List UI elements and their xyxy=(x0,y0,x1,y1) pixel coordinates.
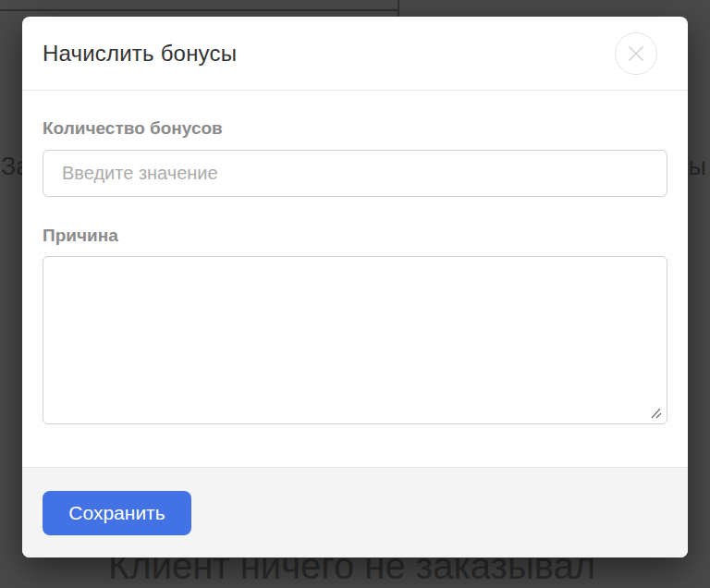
reason-label: Причина xyxy=(43,227,667,245)
accrue-bonuses-modal: Начислить бонусы Количество бонусов Прич… xyxy=(22,17,688,557)
close-button[interactable] xyxy=(615,32,657,75)
bonus-amount-input[interactable] xyxy=(43,150,667,197)
close-icon xyxy=(616,32,656,75)
bonus-amount-label: Количество бонусов xyxy=(43,119,667,138)
reason-textarea-wrapper xyxy=(43,256,667,424)
modal-header: Начислить бонусы xyxy=(22,17,688,91)
save-button[interactable]: Сохранить xyxy=(43,491,191,535)
modal-footer: Сохранить xyxy=(22,467,688,557)
reason-textarea[interactable] xyxy=(43,256,667,424)
viewport: За ы Клиент ничего не заказывал Начислит… xyxy=(0,0,710,588)
modal-title: Начислить бонусы xyxy=(43,41,237,67)
modal-body: Количество бонусов Причина xyxy=(22,91,688,467)
